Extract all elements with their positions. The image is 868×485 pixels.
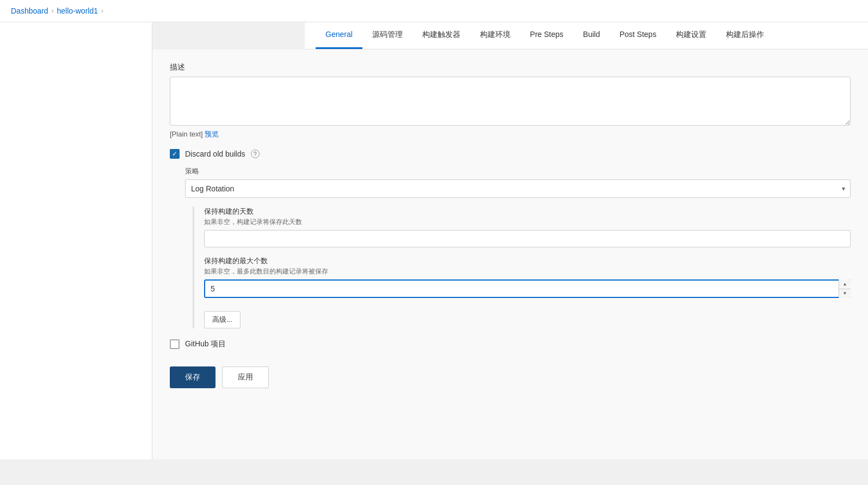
spinner-up-icon[interactable]: ▲ [839, 279, 851, 289]
tab-general[interactable]: General [316, 22, 362, 49]
description-section: 描述 [Plain text] 预览 [170, 63, 851, 139]
tab-build-settings[interactable]: 构建设置 [666, 22, 716, 49]
breadcrumb: Dashboard › hello-world1 › [0, 0, 868, 22]
preview-link[interactable]: 预览 [205, 130, 219, 138]
discard-builds-label: Discard old builds [185, 150, 245, 158]
content-area: 描述 [Plain text] 预览 ✓ Discard old builds … [152, 49, 868, 459]
github-project-label: GitHub 项目 [185, 339, 226, 349]
strategy-label: 策略 [185, 166, 851, 176]
tab-pre-steps[interactable]: Pre Steps [520, 22, 573, 49]
tab-post-build[interactable]: 构建后操作 [716, 22, 774, 49]
tab-build[interactable]: Build [573, 22, 610, 49]
action-buttons: 保存 应用 [170, 366, 851, 388]
plain-text-note: [Plain text] 预览 [170, 129, 851, 139]
description-textarea[interactable] [170, 77, 851, 126]
advanced-button[interactable]: 高级... [204, 311, 241, 328]
keep-max-block: 保持构建的最大个数 如果非空，最多此数目的构建记录将被保存 ▲ ▼ [204, 256, 851, 298]
strategy-section: 策略 Log Rotation ▾ 保持构建的天数 如果非空，构建记录将保存此天… [185, 166, 851, 328]
save-button[interactable]: 保存 [170, 366, 216, 388]
discard-builds-row: ✓ Discard old builds ? [170, 149, 851, 159]
strategy-select[interactable]: Log Rotation [185, 179, 851, 198]
description-label: 描述 [170, 63, 851, 72]
breadcrumb-dashboard[interactable]: Dashboard [11, 7, 48, 15]
spinner-down-icon[interactable]: ▼ [839, 289, 851, 299]
tab-source-management[interactable]: 源码管理 [362, 22, 413, 49]
number-spinners: ▲ ▼ [839, 279, 851, 298]
keep-max-title: 保持构建的最大个数 [204, 256, 851, 266]
checkmark-icon: ✓ [172, 151, 177, 157]
breadcrumb-sep-1: › [52, 7, 54, 15]
discard-builds-checkbox[interactable]: ✓ [170, 149, 180, 159]
tab-build-env[interactable]: 构建环境 [470, 22, 520, 49]
keep-max-input-wrapper: ▲ ▼ [204, 279, 851, 298]
keep-days-desc: 如果非空，构建记录将保存此天数 [204, 217, 851, 227]
apply-button[interactable]: 应用 [222, 366, 269, 388]
keep-days-block: 保持构建的天数 如果非空，构建记录将保存此天数 [204, 207, 851, 247]
keep-max-input[interactable] [204, 279, 851, 298]
keep-max-desc: 如果非空，最多此数目的构建记录将被保存 [204, 267, 851, 276]
page-layout: General 源码管理 构建触发器 构建环境 Pre Steps Build … [0, 22, 868, 459]
nested-fields: 保持构建的天数 如果非空，构建记录将保存此天数 保持构建的最大个数 如果非空，最… [193, 207, 851, 328]
help-icon[interactable]: ? [251, 150, 260, 158]
keep-days-input[interactable] [204, 230, 851, 247]
tab-post-steps[interactable]: Post Steps [610, 22, 666, 49]
plain-text-prefix: [Plain text] [170, 130, 203, 138]
github-project-row: GitHub 项目 [170, 339, 851, 349]
breadcrumb-sep-2: › [101, 7, 103, 15]
strategy-select-wrapper: Log Rotation ▾ [185, 179, 851, 198]
github-project-checkbox[interactable] [170, 339, 180, 349]
keep-days-title: 保持构建的天数 [204, 207, 851, 216]
breadcrumb-hello-world1[interactable]: hello-world1 [57, 7, 98, 15]
tab-build-trigger[interactable]: 构建触发器 [413, 22, 470, 49]
tabs-container: General 源码管理 构建触发器 构建环境 Pre Steps Build … [305, 22, 868, 49]
sidebar [0, 22, 152, 459]
